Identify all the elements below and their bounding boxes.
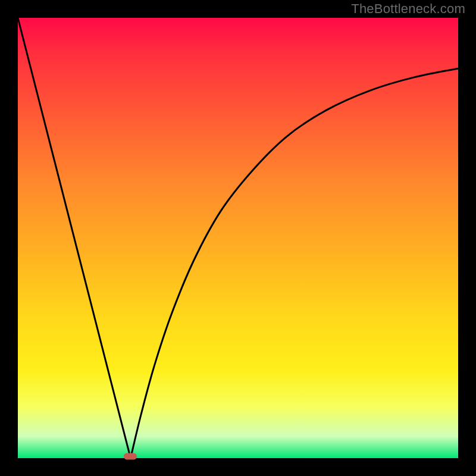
watermark-text: TheBottleneck.com xyxy=(351,1,465,17)
min-marker xyxy=(124,453,137,460)
chart-frame: TheBottleneck.com xyxy=(0,0,476,476)
plot-area xyxy=(18,18,458,458)
curve-svg xyxy=(18,18,458,458)
bottleneck-curve xyxy=(18,18,458,458)
